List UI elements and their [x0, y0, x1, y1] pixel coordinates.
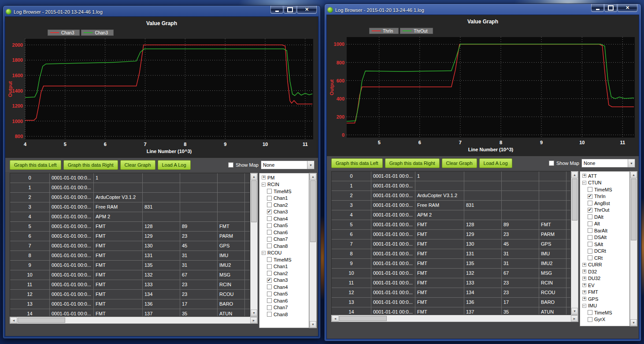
value-graph-chart[interactable]: 56789101102004006008001000Line Number (1… [328, 34, 639, 153]
checkbox-unchecked[interactable] [267, 284, 272, 289]
tree-group-label[interactable]: GPS [588, 296, 598, 302]
graph-left-button[interactable]: Graph this data Left [331, 158, 383, 168]
scroll-up-button[interactable] [310, 173, 316, 180]
maximize-button[interactable] [604, 4, 617, 12]
graph-left-button[interactable]: Graph this data Left [10, 160, 61, 170]
tree-item-label[interactable]: Chan5 [274, 291, 288, 296]
scroll-down-button[interactable] [251, 310, 257, 316]
tree-item-label[interactable]: Chan2 [274, 271, 288, 276]
collapse-toggle-icon[interactable] [582, 304, 586, 308]
value-graph-chart[interactable]: 4567891011800100012001400160018002000Lin… [7, 36, 318, 155]
checkbox-unchecked[interactable] [588, 187, 592, 192]
checkbox-unchecked[interactable] [267, 264, 272, 269]
scrollbar-track[interactable] [310, 243, 316, 321]
table-row[interactable]: 40001-01-01 00:0...APM 2 [10, 212, 250, 222]
tree-group-label[interactable]: D32 [588, 269, 597, 274]
checkbox-unchecked[interactable] [267, 298, 272, 303]
checkbox-unchecked[interactable] [267, 243, 272, 248]
expand-toggle-icon[interactable] [582, 269, 586, 273]
table-row[interactable]: 140001-01-01 00:0...FMT13735ATUN [332, 307, 570, 315]
scrollbar-thumb[interactable] [631, 179, 637, 240]
tree-group-label[interactable]: RCIN [267, 182, 279, 187]
tree-item-label[interactable]: Chan5 [274, 223, 288, 228]
minimize-button[interactable] [270, 6, 283, 14]
minimize-button[interactable] [591, 4, 604, 12]
table-horizontal-scrollbar[interactable] [331, 315, 578, 322]
tree-item-label[interactable]: ThrOut [594, 207, 609, 213]
tree-item-label[interactable]: Chan8 [274, 312, 288, 317]
graph-right-button[interactable]: Graph this data Right [385, 158, 440, 168]
table-vertical-scrollbar[interactable] [571, 171, 578, 315]
close-button[interactable] [297, 6, 317, 14]
titlebar[interactable]: Log Browser - 2015-01-20 13-24-46 1.log [326, 5, 639, 15]
legend-entry[interactable]: ThrIn [369, 28, 399, 34]
tree-item-label[interactable]: Chan3 [274, 209, 288, 214]
load-log-button[interactable]: Load A Log [479, 158, 512, 168]
scrollbar-track[interactable] [630, 241, 637, 319]
table-row[interactable]: 10001-01-01 00:0... [332, 181, 570, 191]
checkbox-unchecked[interactable] [267, 223, 272, 228]
table-row[interactable]: 100001-01-01 00:0...FMT13267MSG [10, 270, 250, 280]
tree-item-label[interactable]: Alt [594, 221, 600, 226]
tree-group-label[interactable]: CTUN [588, 180, 602, 185]
table-row[interactable]: 50001-01-01 00:0...FMT12889FMT [332, 220, 570, 230]
expand-toggle-icon[interactable] [582, 263, 586, 267]
legend-entry[interactable]: ThrOut [400, 28, 433, 34]
checkbox-unchecked[interactable] [588, 242, 592, 247]
tree-group-label[interactable]: IMU [588, 303, 597, 308]
tree-item-label[interactable]: DAlt [594, 214, 603, 220]
table-row[interactable]: 20001-01-01 00:0...ArduCopter V3.1.2 [10, 193, 250, 202]
tree-item-label[interactable]: Chan7 [274, 305, 288, 310]
table-row[interactable]: 70001-01-01 00:0...FMT13045GPS [332, 239, 570, 249]
dropdown-arrow-icon[interactable] [307, 161, 314, 169]
checkbox-unchecked[interactable] [588, 235, 592, 240]
scroll-up-button[interactable] [630, 172, 637, 178]
checkbox-unchecked[interactable] [267, 189, 272, 194]
tree-item-label[interactable]: Chan6 [274, 298, 288, 303]
maximize-button[interactable] [284, 6, 296, 14]
table-row[interactable]: 50001-01-01 00:0...FMT12889FMT [10, 222, 250, 232]
table-row[interactable]: 40001-01-01 00:0...APM 2 [332, 210, 570, 220]
map-source-dropdown[interactable]: None [261, 161, 315, 169]
legend-entry[interactable]: Chan3 [81, 30, 113, 36]
tree-vertical-scrollbar[interactable] [309, 173, 317, 328]
checkbox-unchecked[interactable] [588, 228, 592, 233]
table-row[interactable]: 120001-01-01 00:0...FMT13423RCOU [332, 288, 570, 298]
checkbox-checked[interactable] [588, 208, 592, 213]
tree-group-label[interactable]: ATT [588, 173, 597, 179]
tree-item-label[interactable]: Chan6 [274, 230, 288, 235]
table-row[interactable]: 70001-01-01 00:0...FMT13045GPS [10, 241, 250, 251]
table-row[interactable]: 60001-01-01 00:0...FMT12923PARM [10, 232, 250, 241]
tree-item-label[interactable]: GyrX [594, 317, 605, 322]
checkbox-unchecked[interactable] [267, 292, 272, 296]
checkbox-unchecked[interactable] [588, 310, 592, 315]
table-row[interactable]: 130001-01-01 00:0...FMT13617BARO [332, 298, 570, 307]
scrollbar-track[interactable] [571, 221, 578, 308]
tree-group-label[interactable]: CURR [588, 262, 602, 267]
checkbox-unchecked[interactable] [267, 216, 272, 221]
collapse-toggle-icon[interactable] [582, 181, 586, 185]
tree-item-label[interactable]: AngBst [594, 201, 610, 206]
checkbox-unchecked[interactable] [267, 196, 272, 201]
scrollbar-track[interactable] [66, 317, 250, 323]
table-vertical-scrollbar[interactable] [250, 173, 258, 317]
scroll-right-button[interactable] [571, 315, 578, 322]
clear-graph-button[interactable]: Clear Graph [120, 160, 155, 170]
checkbox-checked[interactable] [267, 209, 272, 214]
checkbox-unchecked[interactable] [267, 230, 272, 235]
table-row[interactable]: 20001-01-01 00:0...ArduCopter V3.1.2 [332, 191, 570, 201]
collapse-toggle-icon[interactable] [262, 183, 266, 187]
expand-toggle-icon[interactable] [582, 297, 586, 301]
tree-item-label[interactable]: DCRt [594, 248, 606, 254]
checkbox-unchecked[interactable] [588, 214, 592, 219]
tree-item-label[interactable]: SAlt [594, 242, 603, 247]
checkbox-checked[interactable] [267, 278, 272, 283]
tree-item-label[interactable]: Chan8 [274, 243, 288, 249]
collapse-toggle-icon[interactable] [262, 251, 266, 255]
scroll-up-button[interactable] [251, 173, 257, 180]
tree-item-label[interactable]: DSAlt [594, 235, 607, 240]
checkbox-unchecked[interactable] [588, 255, 592, 260]
tree-group-label[interactable]: PM [267, 175, 275, 180]
checkbox-unchecked[interactable] [588, 249, 592, 254]
tree-group-label[interactable]: FMT [588, 289, 598, 295]
